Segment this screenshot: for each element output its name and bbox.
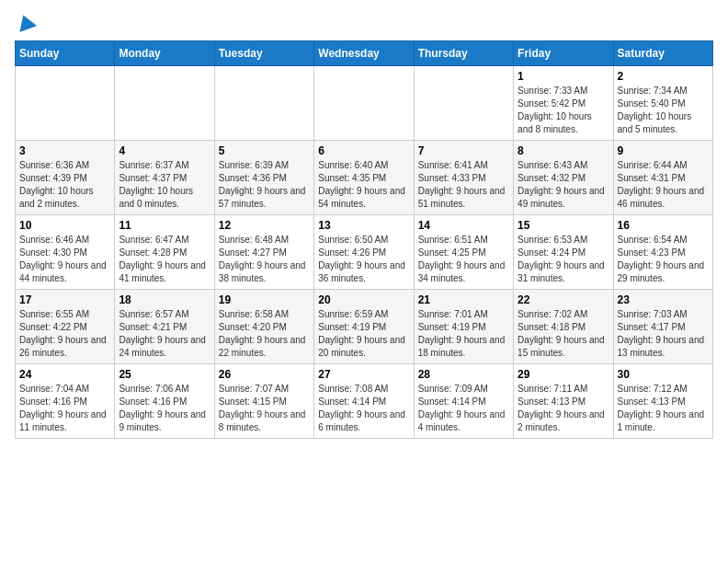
day-info: Sunrise: 6:39 AM Sunset: 4:36 PM Dayligh… [219,159,310,211]
day-number: 22 [518,293,609,306]
calendar-cell: 17Sunrise: 6:55 AM Sunset: 4:22 PM Dayli… [16,290,115,364]
day-number: 28 [418,368,509,381]
page-header [15,15,713,29]
day-number: 4 [119,144,210,157]
weekday-header-thursday: Thursday [414,41,513,66]
calendar-cell: 6Sunrise: 6:40 AM Sunset: 4:35 PM Daylig… [314,141,414,215]
day-info: Sunrise: 6:55 AM Sunset: 4:22 PM Dayligh… [19,308,110,360]
calendar-cell: 28Sunrise: 7:09 AM Sunset: 4:14 PM Dayli… [414,364,513,439]
day-number: 14 [418,219,509,232]
weekday-header-tuesday: Tuesday [214,41,313,66]
day-number: 12 [219,219,310,232]
calendar-cell [115,66,214,141]
day-number: 9 [618,144,709,157]
day-number: 30 [618,368,709,381]
day-info: Sunrise: 7:33 AM Sunset: 5:42 PM Dayligh… [518,85,609,136]
day-info: Sunrise: 7:09 AM Sunset: 4:14 PM Dayligh… [418,383,509,434]
day-number: 23 [618,293,709,306]
calendar-cell: 12Sunrise: 6:48 AM Sunset: 4:27 PM Dayli… [214,215,313,290]
calendar-table: SundayMondayTuesdayWednesdayThursdayFrid… [15,40,713,439]
day-number: 8 [518,144,609,157]
day-number: 20 [318,293,409,306]
weekday-header-friday: Friday [514,41,613,66]
day-info: Sunrise: 6:48 AM Sunset: 4:27 PM Dayligh… [219,234,310,285]
day-number: 7 [418,144,509,157]
calendar-cell: 3Sunrise: 6:36 AM Sunset: 4:39 PM Daylig… [16,141,115,215]
calendar-cell: 20Sunrise: 6:59 AM Sunset: 4:19 PM Dayli… [314,290,414,364]
day-info: Sunrise: 6:41 AM Sunset: 4:33 PM Dayligh… [418,159,509,211]
day-number: 6 [318,144,409,157]
day-info: Sunrise: 6:54 AM Sunset: 4:23 PM Dayligh… [618,234,709,285]
weekday-header-monday: Monday [115,41,214,66]
calendar-cell: 2Sunrise: 7:34 AM Sunset: 5:40 PM Daylig… [613,66,712,141]
day-info: Sunrise: 7:02 AM Sunset: 4:18 PM Dayligh… [518,308,609,360]
calendar-week-3: 17Sunrise: 6:55 AM Sunset: 4:22 PM Dayli… [16,290,713,364]
calendar-cell: 13Sunrise: 6:50 AM Sunset: 4:26 PM Dayli… [314,215,414,290]
calendar-cell: 14Sunrise: 6:51 AM Sunset: 4:25 PM Dayli… [414,215,513,290]
calendar-cell [314,66,414,141]
day-number: 15 [518,219,609,232]
calendar-cell: 29Sunrise: 7:11 AM Sunset: 4:13 PM Dayli… [514,364,613,439]
weekday-header-wednesday: Wednesday [314,41,414,66]
day-number: 1 [518,70,609,83]
day-info: Sunrise: 6:57 AM Sunset: 4:21 PM Dayligh… [119,308,210,360]
day-info: Sunrise: 6:50 AM Sunset: 4:26 PM Dayligh… [318,234,409,285]
day-number: 24 [19,368,110,381]
logo [15,15,35,29]
weekday-header-sunday: Sunday [16,41,115,66]
day-number: 29 [518,368,609,381]
calendar-week-4: 24Sunrise: 7:04 AM Sunset: 4:16 PM Dayli… [16,364,713,439]
calendar-cell: 26Sunrise: 7:07 AM Sunset: 4:15 PM Dayli… [214,364,313,439]
day-info: Sunrise: 7:34 AM Sunset: 5:40 PM Dayligh… [618,85,709,136]
day-number: 10 [19,219,110,232]
day-info: Sunrise: 7:07 AM Sunset: 4:15 PM Dayligh… [219,383,310,434]
day-number: 3 [19,144,110,157]
day-info: Sunrise: 6:36 AM Sunset: 4:39 PM Dayligh… [19,159,110,211]
calendar-cell: 4Sunrise: 6:37 AM Sunset: 4:37 PM Daylig… [115,141,214,215]
calendar-cell: 8Sunrise: 6:43 AM Sunset: 4:32 PM Daylig… [514,141,613,215]
calendar-cell: 21Sunrise: 7:01 AM Sunset: 4:19 PM Dayli… [414,290,513,364]
calendar-cell: 9Sunrise: 6:44 AM Sunset: 4:31 PM Daylig… [613,141,712,215]
day-info: Sunrise: 6:46 AM Sunset: 4:30 PM Dayligh… [19,234,110,285]
day-info: Sunrise: 6:59 AM Sunset: 4:19 PM Dayligh… [318,308,409,360]
calendar-cell: 19Sunrise: 6:58 AM Sunset: 4:20 PM Dayli… [214,290,313,364]
day-number: 26 [219,368,310,381]
weekday-header-row: SundayMondayTuesdayWednesdayThursdayFrid… [16,41,713,66]
day-info: Sunrise: 7:08 AM Sunset: 4:14 PM Dayligh… [318,383,409,434]
day-number: 25 [119,368,210,381]
calendar-cell: 1Sunrise: 7:33 AM Sunset: 5:42 PM Daylig… [514,66,613,141]
day-number: 18 [119,293,210,306]
day-info: Sunrise: 6:51 AM Sunset: 4:25 PM Dayligh… [418,234,509,285]
day-info: Sunrise: 6:43 AM Sunset: 4:32 PM Dayligh… [518,159,609,211]
calendar-cell: 25Sunrise: 7:06 AM Sunset: 4:16 PM Dayli… [115,364,214,439]
calendar-cell: 18Sunrise: 6:57 AM Sunset: 4:21 PM Dayli… [115,290,214,364]
day-info: Sunrise: 6:47 AM Sunset: 4:28 PM Dayligh… [119,234,210,285]
calendar-cell: 7Sunrise: 6:41 AM Sunset: 4:33 PM Daylig… [414,141,513,215]
day-info: Sunrise: 6:58 AM Sunset: 4:20 PM Dayligh… [219,308,310,360]
calendar-week-0: 1Sunrise: 7:33 AM Sunset: 5:42 PM Daylig… [16,66,713,141]
calendar-week-1: 3Sunrise: 6:36 AM Sunset: 4:39 PM Daylig… [16,141,713,215]
calendar-cell [16,66,115,141]
day-info: Sunrise: 6:53 AM Sunset: 4:24 PM Dayligh… [518,234,609,285]
calendar-cell: 24Sunrise: 7:04 AM Sunset: 4:16 PM Dayli… [16,364,115,439]
day-number: 17 [19,293,110,306]
logo-triangle-icon [15,12,37,32]
day-info: Sunrise: 6:44 AM Sunset: 4:31 PM Dayligh… [618,159,709,211]
day-number: 11 [119,219,210,232]
day-number: 2 [618,70,709,83]
calendar-cell: 27Sunrise: 7:08 AM Sunset: 4:14 PM Dayli… [314,364,414,439]
calendar-cell: 10Sunrise: 6:46 AM Sunset: 4:30 PM Dayli… [16,215,115,290]
day-info: Sunrise: 7:04 AM Sunset: 4:16 PM Dayligh… [19,383,110,434]
calendar-cell: 16Sunrise: 6:54 AM Sunset: 4:23 PM Dayli… [613,215,712,290]
calendar-week-2: 10Sunrise: 6:46 AM Sunset: 4:30 PM Dayli… [16,215,713,290]
calendar-cell: 22Sunrise: 7:02 AM Sunset: 4:18 PM Dayli… [514,290,613,364]
day-info: Sunrise: 7:01 AM Sunset: 4:19 PM Dayligh… [418,308,509,360]
calendar-cell [214,66,313,141]
weekday-header-saturday: Saturday [613,41,712,66]
day-number: 5 [219,144,310,157]
calendar-cell: 11Sunrise: 6:47 AM Sunset: 4:28 PM Dayli… [115,215,214,290]
calendar-cell: 23Sunrise: 7:03 AM Sunset: 4:17 PM Dayli… [613,290,712,364]
day-info: Sunrise: 7:06 AM Sunset: 4:16 PM Dayligh… [119,383,210,434]
calendar-cell: 15Sunrise: 6:53 AM Sunset: 4:24 PM Dayli… [514,215,613,290]
day-number: 27 [318,368,409,381]
